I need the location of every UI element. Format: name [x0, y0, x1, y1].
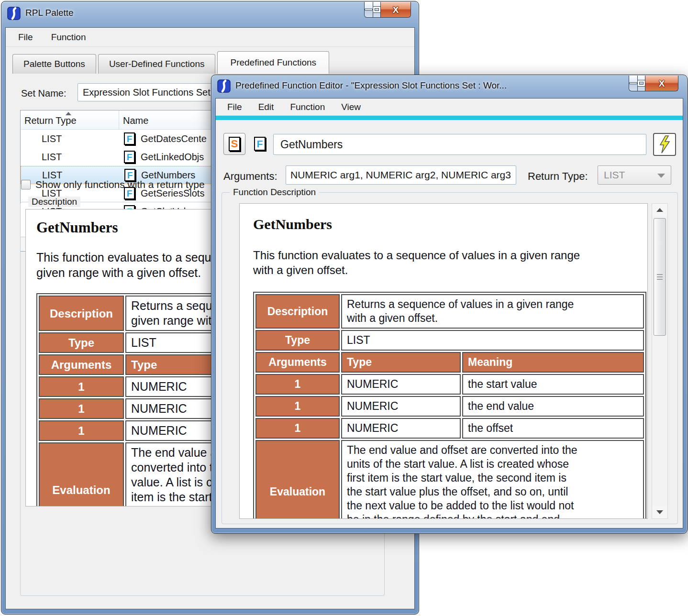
filter-checkbox[interactable]: [21, 180, 31, 189]
palette-menubar: File Function: [6, 28, 414, 47]
vertical-scrollbar[interactable]: [652, 203, 668, 519]
function-summary: This function evaluates to a sequence of…: [253, 248, 647, 277]
table-row: Description Returns a sequence of values…: [255, 294, 644, 329]
function-icon: F: [124, 151, 135, 163]
editor-window-title: Predefined Function Editor - "Expression…: [235, 80, 507, 91]
scroll-up-icon: [656, 208, 663, 212]
menu-file[interactable]: File: [12, 30, 39, 45]
scroll-down-icon: [656, 510, 663, 514]
return-type-label: Return Type:: [528, 170, 588, 183]
minimize-button[interactable]: [629, 76, 638, 91]
riverware-logo-icon: [7, 7, 21, 20]
table-row: 1 NUMERIC the start value: [255, 374, 644, 395]
sort-ascending-icon: [66, 112, 71, 115]
lightning-bolt-icon: [658, 135, 671, 154]
description-group-label: Description: [28, 197, 80, 207]
close-button[interactable]: X: [380, 2, 411, 18]
vertical-scrollbar-thumb[interactable]: [654, 218, 666, 336]
palette-tabbar: Palette Buttons User-Defined Functions P…: [12, 50, 331, 74]
menu-function[interactable]: Function: [284, 99, 331, 115]
function-description-groupbox: Function Description GetNumbers This fun…: [222, 192, 678, 524]
tab-user-defined-functions[interactable]: User-Defined Functions: [98, 54, 216, 74]
minimize-button[interactable]: [364, 2, 373, 18]
arguments-label: Arguments:: [223, 170, 277, 183]
minimize-icon: [629, 82, 637, 84]
close-icon: X: [659, 79, 665, 88]
filter-checkbox-label: Show only functions with a return type: [35, 179, 205, 190]
function-icon: F: [254, 137, 266, 151]
table-row: Type LIST: [255, 330, 644, 351]
return-type-dropdown[interactable]: LIST: [598, 165, 671, 185]
function-description-content: GetNumbers This function evaluates to a …: [253, 216, 647, 518]
set-icon: S: [229, 137, 240, 151]
function-icon: F: [124, 132, 135, 145]
function-detail-table: Description Returns a sequence of values…: [253, 292, 646, 519]
editor-titlebar[interactable]: Predefined Function Editor - "Expression…: [211, 75, 687, 99]
predefined-function-editor-window: Predefined Function Editor - "Expression…: [211, 75, 688, 534]
menu-file[interactable]: File: [222, 99, 248, 115]
tab-predefined-functions[interactable]: Predefined Functions: [217, 51, 329, 74]
palette-titlebar[interactable]: RPL Palette X: [1, 1, 419, 25]
table-row: Evaluation The end value and offset are …: [255, 440, 644, 519]
riverware-logo-icon: [217, 79, 231, 93]
chevron-down-icon: [657, 174, 665, 178]
table-row: 1 NUMERIC the offset: [255, 418, 644, 439]
arguments-field[interactable]: NUMERIC arg1, NUMERIC arg2, NUMERIC arg3: [286, 165, 516, 185]
scroll-down-button[interactable]: [652, 506, 667, 518]
desktop: RPL Palette X File Function Palette Butt…: [0, 0, 688, 616]
editor-menubar: File Edit Function View: [216, 99, 683, 116]
maximize-button[interactable]: [637, 76, 645, 91]
maximize-button[interactable]: [373, 2, 381, 18]
menu-view[interactable]: View: [335, 99, 366, 115]
close-button[interactable]: X: [645, 76, 678, 91]
column-header-return-type[interactable]: Return Type: [21, 110, 119, 129]
menu-function[interactable]: Function: [45, 30, 92, 45]
column-header-name[interactable]: Name: [119, 110, 148, 129]
set-icon-button[interactable]: S: [223, 133, 245, 155]
maximize-icon: [373, 7, 380, 12]
table-row: 1 NUMERIC the end value: [255, 396, 644, 417]
close-icon: X: [393, 5, 399, 14]
minimize-icon: [365, 9, 373, 11]
maximize-icon: [638, 80, 645, 86]
editor-client-area: File Edit Function View S F GetNumbers A…: [215, 98, 683, 528]
toolbar-accent-strip: [216, 116, 683, 120]
evaluate-button[interactable]: [653, 133, 676, 156]
table-row: Arguments Type Meaning: [255, 352, 644, 373]
scroll-up-button[interactable]: [652, 204, 667, 216]
function-description-group-label: Function Description: [230, 187, 319, 198]
function-heading: GetNumbers: [253, 216, 647, 232]
tab-palette-buttons[interactable]: Palette Buttons: [12, 54, 96, 74]
palette-window-title: RPL Palette: [25, 8, 74, 18]
function-description-viewport: GetNumbers This function evaluates to a …: [239, 203, 648, 519]
menu-edit[interactable]: Edit: [253, 99, 280, 115]
set-name-label: Set Name:: [21, 88, 66, 99]
function-name-field[interactable]: GetNumbers: [273, 134, 646, 155]
